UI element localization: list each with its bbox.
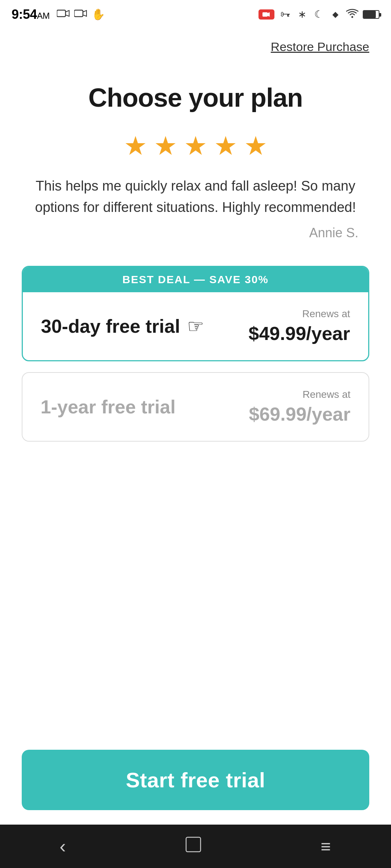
plan-renews-standard: Renews at [249,389,351,400]
svg-marker-1 [66,10,69,16]
record-icon [258,9,274,20]
plan-price-standard: $69.99/year [249,403,351,425]
restore-purchase-link[interactable]: Restore Purchase [271,40,369,54]
plan-price-col-standard: Renews at $69.99/year [249,389,351,425]
cursor-hand-icon: ☞ [187,315,204,337]
review-text: This helps me quickly relax and fall asl… [22,175,369,218]
plan-price-col-best: Renews at $49.99/year [249,308,350,344]
plan-card-standard[interactable]: 1-year free trial Renews at $69.99/year [22,372,369,442]
battery-icon [363,10,379,19]
plan-trial-label-standard: 1-year free trial [41,396,176,418]
video-cam2-icon [74,9,86,20]
back-button[interactable]: ‹ [59,835,66,857]
status-icons-left: ✋ [57,9,103,20]
reviewer-name: Annie S. [22,225,369,241]
wifi-icon [346,9,358,20]
plan-trial-label-best: 30-day free trial [41,315,180,337]
status-time: 9:54AM [12,7,50,22]
hand-icon: ✋ [92,9,103,20]
page-title: Choose your plan [22,83,369,112]
home-button[interactable] [185,836,202,856]
star-3: ★ [184,131,207,161]
location-icon: ◆ [329,9,341,20]
video-cam-icon [57,9,68,20]
plan-card-best-deal[interactable]: BEST DEAL — SAVE 30% ☞ 30-day free trial… [22,266,369,361]
stars-row: ★ ★ ★ ★ ★ [22,131,369,161]
svg-marker-3 [83,10,87,16]
status-bar: 9:54AM ✋ [0,0,391,29]
bluetooth-icon: ∗ [296,9,308,20]
svg-rect-4 [262,12,268,17]
svg-rect-7 [186,837,201,852]
restore-row: Restore Purchase [22,29,369,61]
cta-section: Start free trial [22,750,369,825]
svg-point-6 [352,16,353,18]
bottom-nav: ‹ ≡ [0,825,391,868]
star-4: ★ [214,131,237,161]
status-icons-right: 🗝 ∗ ☾ ◆ [258,9,379,20]
plan-body-standard: 1-year free trial Renews at $69.99/year [22,373,369,441]
menu-button[interactable]: ≡ [321,837,332,856]
star-1: ★ [124,131,147,161]
plans-container: BEST DEAL — SAVE 30% ☞ 30-day free trial… [22,266,369,442]
star-5: ★ [244,131,268,161]
star-2: ★ [154,131,177,161]
svg-rect-0 [57,10,66,17]
plan-body-best-deal: ☞ 30-day free trial Renews at $49.99/yea… [23,292,368,360]
moon-icon: ☾ [313,9,324,20]
plan-renews-best: Renews at [249,308,350,320]
plan-badge-best-deal: BEST DEAL — SAVE 30% [23,267,368,292]
svg-marker-5 [268,12,270,17]
svg-rect-2 [74,10,83,17]
start-free-trial-button[interactable]: Start free trial [22,750,369,810]
main-content: Restore Purchase Choose your plan ★ ★ ★ … [0,29,391,825]
key-icon: 🗝 [279,9,291,20]
plan-price-best: $49.99/year [249,323,350,344]
spacer [22,456,369,750]
